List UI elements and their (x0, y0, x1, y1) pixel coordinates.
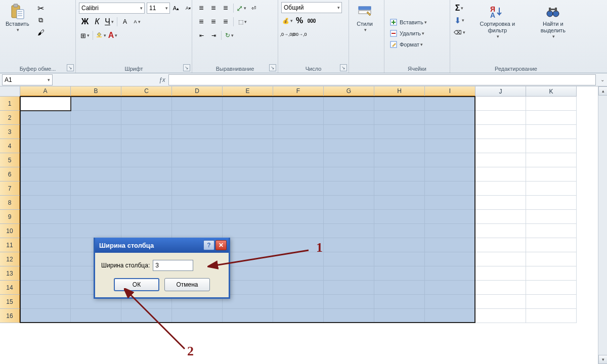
cell[interactable] (526, 181, 577, 196)
cell[interactable] (273, 97, 324, 111)
cell[interactable] (121, 153, 172, 167)
cell[interactable] (20, 224, 71, 238)
column-header[interactable]: I (425, 86, 475, 97)
cell[interactable] (374, 266, 425, 281)
cell[interactable] (20, 309, 71, 323)
row-header[interactable]: 16 (0, 309, 20, 323)
cell[interactable] (475, 281, 526, 295)
cell[interactable] (475, 210, 526, 224)
autosum-button[interactable]: Σ▾ (454, 3, 465, 14)
cell[interactable] (374, 196, 425, 210)
cell[interactable] (273, 295, 324, 309)
dialog-launcher-font[interactable]: ↘ (183, 64, 190, 71)
underline-button[interactable]: Ч▾ (104, 16, 115, 27)
cell[interactable] (374, 167, 425, 181)
cell[interactable] (374, 252, 425, 266)
font-color-button[interactable]: A▾ (107, 30, 118, 41)
align-top-button[interactable]: ≡ (196, 3, 207, 14)
cell[interactable] (425, 167, 475, 181)
cell[interactable] (71, 153, 121, 167)
dialog-launcher-alignment[interactable]: ↘ (269, 64, 276, 71)
cell[interactable] (273, 309, 324, 323)
cell[interactable] (374, 238, 425, 252)
increase-indent-button[interactable]: ⇥ (208, 30, 219, 41)
cell[interactable] (223, 181, 273, 196)
cell[interactable] (475, 153, 526, 167)
cell[interactable] (425, 252, 475, 266)
cell[interactable] (425, 97, 475, 111)
cell[interactable] (121, 97, 172, 111)
cell[interactable] (223, 238, 273, 252)
cell[interactable] (223, 295, 273, 309)
dialog-launcher-number[interactable]: ↘ (340, 64, 347, 71)
row-header[interactable]: 1 (0, 97, 20, 111)
cell[interactable] (20, 125, 71, 139)
cell[interactable] (526, 153, 577, 167)
column-header[interactable]: J (475, 86, 526, 97)
increase-font-button[interactable]: A (119, 16, 131, 27)
cell[interactable] (223, 309, 273, 323)
column-header[interactable]: C (121, 86, 172, 97)
cell[interactable] (526, 210, 577, 224)
row-header[interactable]: 3 (0, 125, 20, 139)
cell[interactable] (172, 167, 223, 181)
row-header[interactable]: 12 (0, 252, 20, 266)
column-header[interactable]: D (172, 86, 223, 97)
scroll-up-button[interactable]: ▴ (598, 86, 607, 96)
number-format-combo[interactable]: Общий (281, 2, 342, 13)
cell[interactable] (425, 238, 475, 252)
cell[interactable] (223, 281, 273, 295)
cell[interactable] (172, 139, 223, 153)
cell[interactable] (526, 224, 577, 238)
clear-button[interactable]: ⌫▾ (454, 27, 465, 38)
column-header[interactable]: B (71, 86, 121, 97)
cell[interactable] (71, 167, 121, 181)
cell[interactable] (475, 167, 526, 181)
cell[interactable] (20, 196, 71, 210)
cell[interactable] (121, 111, 172, 125)
fx-icon[interactable]: ƒx (159, 76, 165, 83)
cell[interactable] (20, 97, 71, 111)
row-header[interactable]: 11 (0, 238, 20, 252)
name-box[interactable]: A1 (2, 74, 53, 85)
cell[interactable] (20, 266, 71, 281)
percent-button[interactable]: % (294, 15, 305, 26)
cell[interactable] (425, 281, 475, 295)
cell[interactable] (526, 238, 577, 252)
copy-button[interactable]: ⧉ (35, 15, 47, 26)
cell[interactable] (475, 97, 526, 111)
cell[interactable] (324, 111, 374, 125)
fill-button[interactable]: ⬇▾ (454, 15, 465, 26)
cell[interactable] (526, 167, 577, 181)
row-header[interactable]: 9 (0, 210, 20, 224)
cut-button[interactable]: ✂ (35, 3, 47, 14)
cell[interactable] (475, 181, 526, 196)
cell[interactable] (324, 210, 374, 224)
cell[interactable] (425, 210, 475, 224)
cell[interactable] (324, 281, 374, 295)
cell[interactable] (223, 167, 273, 181)
cell[interactable] (273, 125, 324, 139)
row-header[interactable]: 2 (0, 111, 20, 125)
vertical-scrollbar[interactable]: ▴ ▾ (598, 86, 607, 364)
cell[interactable] (425, 111, 475, 125)
column-header[interactable]: A (20, 86, 71, 97)
cell[interactable] (475, 139, 526, 153)
column-width-input[interactable] (153, 260, 193, 271)
cell[interactable] (20, 295, 71, 309)
cell[interactable] (374, 125, 425, 139)
cell[interactable] (273, 111, 324, 125)
cell[interactable] (526, 252, 577, 266)
cell[interactable] (223, 153, 273, 167)
cell[interactable] (425, 266, 475, 281)
cell[interactable] (425, 139, 475, 153)
cell[interactable] (374, 153, 425, 167)
column-header[interactable]: F (273, 86, 324, 97)
cancel-button[interactable]: Отмена (164, 278, 210, 291)
cell[interactable] (475, 224, 526, 238)
format-cells-button[interactable]: Формат▾ (387, 39, 425, 50)
cells-area[interactable] (20, 97, 598, 364)
cell[interactable] (223, 210, 273, 224)
cell[interactable] (20, 281, 71, 295)
row-header[interactable]: 6 (0, 167, 20, 181)
